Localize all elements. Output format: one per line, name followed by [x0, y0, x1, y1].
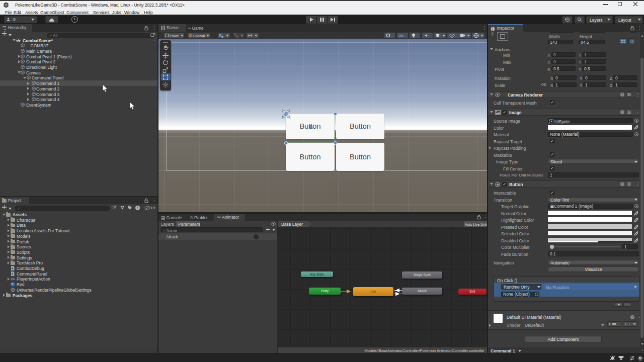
svg-text:#: # [12, 273, 13, 276]
svg-text:#: # [12, 267, 13, 270]
